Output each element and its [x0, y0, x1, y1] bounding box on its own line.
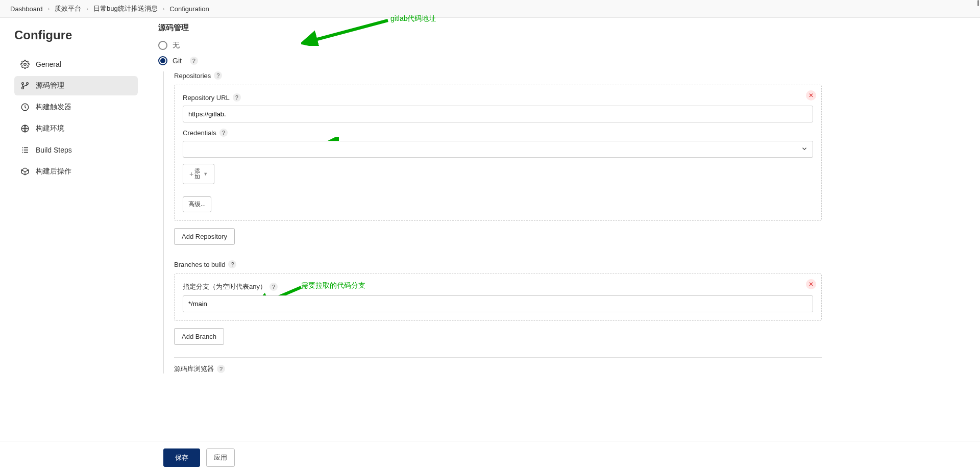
help-icon[interactable]: ?	[214, 71, 222, 80]
list-icon	[20, 145, 30, 155]
help-icon[interactable]: ?	[233, 93, 241, 102]
sidebar-item-env[interactable]: 构建环境	[14, 119, 138, 138]
chevron-down-icon: ▼	[203, 171, 208, 177]
sidebar-item-label: 构建后操作	[36, 167, 71, 176]
close-icon[interactable]: ✕	[806, 90, 816, 101]
sidebar-item-scm[interactable]: 源码管理	[14, 76, 138, 95]
box-icon	[20, 167, 30, 176]
svg-point-0	[24, 63, 27, 66]
chevron-right-icon: ›	[48, 6, 50, 12]
svg-point-3	[27, 83, 29, 85]
help-icon[interactable]: ?	[270, 283, 278, 291]
input-branch-spec[interactable]	[183, 295, 813, 312]
sidebar-item-general[interactable]: General	[14, 55, 138, 74]
close-icon[interactable]: ✕	[806, 279, 816, 289]
label-repo-url: Repository URL ?	[183, 93, 813, 102]
radio-icon	[158, 56, 167, 65]
branch-block: ✕ 指定分支（为空时代表any） ?	[174, 273, 822, 321]
section-title-scm: 源码管理	[158, 23, 822, 33]
clock-icon	[20, 103, 30, 112]
help-icon[interactable]: ?	[217, 365, 225, 373]
radio-label: Git	[173, 57, 182, 65]
advanced-button[interactable]: 高级...	[183, 196, 211, 212]
sidebar-item-post[interactable]: 构建后操作	[14, 162, 138, 181]
help-icon[interactable]: ?	[219, 129, 228, 137]
chevron-right-icon: ›	[163, 6, 165, 12]
sidebar-item-label: General	[36, 60, 61, 68]
breadcrumb-configuration[interactable]: Configuration	[169, 5, 209, 13]
add-branch-button[interactable]: Add Branch	[174, 328, 224, 345]
sidebar-item-label: 构建环境	[36, 124, 64, 133]
svg-point-1	[22, 83, 24, 85]
gear-icon	[20, 60, 30, 69]
repository-block: ✕ Repository URL ? 登录gitlab的账号密码 Credent…	[174, 85, 822, 221]
chevron-right-icon: ›	[86, 6, 88, 12]
page-title: Configure	[14, 28, 138, 42]
radio-label: 无	[173, 41, 180, 50]
breadcrumb: Dashboard › 质效平台 › 日常bug统计推送消息 › Configu…	[0, 0, 980, 18]
divider	[174, 357, 822, 358]
help-icon[interactable]: ?	[190, 57, 198, 65]
label-credentials: Credentials ?	[183, 129, 813, 137]
add-credentials-button[interactable]: + 添加 ▼	[183, 164, 214, 184]
radio-icon	[158, 41, 167, 50]
breadcrumb-dashboard[interactable]: Dashboard	[10, 5, 43, 13]
label-repositories: Repositories ?	[174, 71, 822, 80]
radio-scm-git[interactable]: Git ?	[158, 56, 822, 65]
breadcrumb-platform[interactable]: 质效平台	[55, 4, 81, 13]
add-repository-button[interactable]: Add Repository	[174, 228, 235, 245]
label-branches: Branches to build ?	[174, 260, 822, 268]
select-credentials[interactable]	[183, 141, 813, 158]
help-icon[interactable]: ?	[228, 260, 236, 268]
globe-icon	[20, 124, 30, 133]
sidebar-item-label: 源码管理	[36, 81, 64, 90]
label-branch-spec: 指定分支（为空时代表any） ?	[183, 282, 813, 291]
sidebar-item-label: Build Steps	[36, 146, 72, 154]
radio-scm-none[interactable]: 无	[158, 41, 822, 50]
breadcrumb-job[interactable]: 日常bug统计推送消息	[93, 4, 158, 13]
svg-point-2	[22, 87, 24, 89]
branch-icon	[20, 81, 30, 90]
sidebar-item-steps[interactable]: Build Steps	[14, 140, 138, 160]
input-repo-url[interactable]	[183, 106, 813, 122]
sidebar: Configure General 源码管理 构建触发器 构建环境 Build …	[0, 18, 148, 440]
sidebar-item-triggers[interactable]: 构建触发器	[14, 97, 138, 117]
plus-icon: +	[189, 170, 193, 179]
scrollbar[interactable]	[977, 0, 979, 6]
sidebar-item-label: 构建触发器	[36, 103, 71, 112]
label-repo-browser: 源码库浏览器 ?	[174, 364, 822, 373]
main-content: 源码管理 无 Git ? Repositories ? gitlab代码地址 ✕…	[148, 18, 822, 440]
